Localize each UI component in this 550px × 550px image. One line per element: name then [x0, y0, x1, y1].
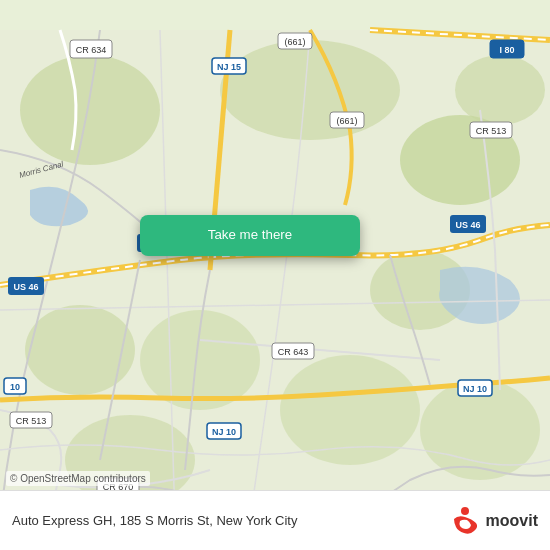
svg-point-6 — [25, 305, 135, 395]
svg-text:CR 513: CR 513 — [16, 416, 47, 426]
svg-point-42 — [461, 507, 469, 515]
svg-text:NJ 10: NJ 10 — [463, 384, 487, 394]
svg-point-10 — [455, 55, 545, 125]
address-text: Auto Express GH, 185 S Morris St, New Yo… — [12, 513, 446, 528]
svg-text:US 46: US 46 — [455, 220, 480, 230]
moovit-logo-icon — [446, 505, 484, 537]
moovit-logo: moovit — [446, 505, 538, 537]
svg-point-2 — [220, 40, 400, 140]
svg-point-1 — [20, 55, 160, 165]
map-svg: CR 634 (661) I 80 (661) CR 513 NJ 15 US … — [0, 0, 550, 550]
svg-text:CR 634: CR 634 — [76, 45, 107, 55]
svg-text:US 46: US 46 — [13, 282, 38, 292]
svg-text:I 80: I 80 — [499, 45, 514, 55]
svg-text:10: 10 — [10, 382, 20, 392]
svg-text:CR 643: CR 643 — [278, 347, 309, 357]
svg-text:(661): (661) — [284, 37, 305, 47]
svg-text:CR 513: CR 513 — [476, 126, 507, 136]
svg-text:NJ 15: NJ 15 — [217, 62, 241, 72]
map-attribution: © OpenStreetMap contributors — [6, 471, 150, 486]
map-container: CR 634 (661) I 80 (661) CR 513 NJ 15 US … — [0, 0, 550, 550]
take-me-there-button[interactable]: Take me there — [140, 215, 360, 256]
bottom-bar: Auto Express GH, 185 S Morris St, New Yo… — [0, 490, 550, 550]
svg-text:(661): (661) — [336, 116, 357, 126]
svg-text:NJ 10: NJ 10 — [212, 427, 236, 437]
moovit-brand-text: moovit — [486, 512, 538, 530]
svg-point-7 — [280, 355, 420, 465]
